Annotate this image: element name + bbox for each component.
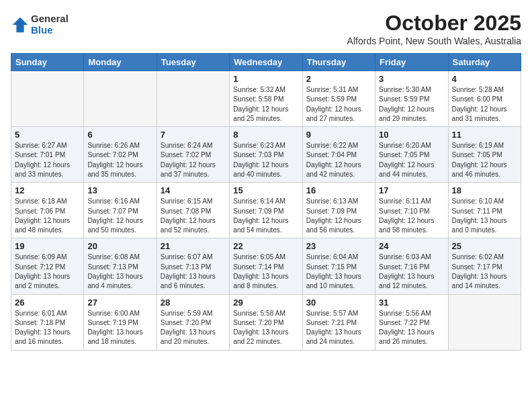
day-number: 20	[87, 241, 152, 251]
day-info: Sunrise: 6:10 AM Sunset: 7:11 PM Dayligh…	[452, 197, 517, 235]
day-number: 31	[379, 298, 444, 308]
table-row: 18Sunrise: 6:10 AM Sunset: 7:11 PM Dayli…	[448, 183, 521, 238]
table-row: 17Sunrise: 6:11 AM Sunset: 7:10 PM Dayli…	[375, 183, 448, 238]
day-info: Sunrise: 6:24 AM Sunset: 7:02 PM Dayligh…	[161, 141, 226, 179]
day-info: Sunrise: 6:09 AM Sunset: 7:12 PM Dayligh…	[15, 253, 80, 291]
table-row: 9Sunrise: 6:22 AM Sunset: 7:04 PM Daylig…	[302, 127, 375, 183]
day-info: Sunrise: 6:14 AM Sunset: 7:09 PM Dayligh…	[233, 197, 298, 235]
day-number: 19	[15, 241, 80, 251]
day-number: 29	[233, 298, 298, 308]
day-info: Sunrise: 5:58 AM Sunset: 7:20 PM Dayligh…	[233, 309, 298, 347]
day-info: Sunrise: 5:28 AM Sunset: 6:00 PM Dayligh…	[452, 85, 517, 124]
table-row: 24Sunrise: 6:03 AM Sunset: 7:16 PM Dayli…	[375, 238, 448, 294]
title-block: October 2025 Alfords Point, New South Wa…	[347, 11, 521, 46]
calendar-table: Sunday Monday Tuesday Wednesday Thursday…	[11, 53, 521, 351]
table-row: 28Sunrise: 5:59 AM Sunset: 7:20 PM Dayli…	[157, 294, 229, 350]
day-number: 11	[452, 130, 517, 140]
day-number: 15	[233, 185, 298, 195]
day-number: 18	[452, 185, 517, 195]
calendar-week-row: 5Sunrise: 6:27 AM Sunset: 7:01 PM Daylig…	[11, 127, 521, 183]
header-friday: Friday	[375, 54, 448, 71]
weekday-header-row: Sunday Monday Tuesday Wednesday Thursday…	[11, 54, 521, 71]
day-info: Sunrise: 6:16 AM Sunset: 7:07 PM Dayligh…	[87, 197, 152, 235]
table-row: 29Sunrise: 5:58 AM Sunset: 7:20 PM Dayli…	[230, 294, 302, 350]
day-info: Sunrise: 6:23 AM Sunset: 7:03 PM Dayligh…	[233, 141, 298, 179]
table-row: 13Sunrise: 6:16 AM Sunset: 7:07 PM Dayli…	[84, 183, 157, 238]
calendar-week-row: 12Sunrise: 6:18 AM Sunset: 7:06 PM Dayli…	[11, 183, 521, 238]
table-row: 25Sunrise: 6:02 AM Sunset: 7:17 PM Dayli…	[448, 238, 521, 294]
table-row: 31Sunrise: 5:56 AM Sunset: 7:22 PM Dayli…	[375, 294, 448, 350]
day-info: Sunrise: 6:01 AM Sunset: 7:18 PM Dayligh…	[15, 309, 80, 347]
table-row: 16Sunrise: 6:13 AM Sunset: 7:09 PM Dayli…	[302, 183, 375, 238]
day-number: 25	[452, 241, 517, 251]
day-number: 7	[161, 130, 226, 140]
header-sunday: Sunday	[11, 54, 84, 71]
day-number: 2	[306, 74, 371, 84]
day-info: Sunrise: 6:07 AM Sunset: 7:13 PM Dayligh…	[161, 253, 226, 291]
day-number: 14	[161, 185, 226, 195]
day-number: 24	[379, 241, 444, 251]
day-number: 21	[161, 241, 226, 251]
table-row: 26Sunrise: 6:01 AM Sunset: 7:18 PM Dayli…	[11, 294, 84, 350]
table-row: 6Sunrise: 6:26 AM Sunset: 7:02 PM Daylig…	[84, 127, 157, 183]
table-row: 5Sunrise: 6:27 AM Sunset: 7:01 PM Daylig…	[11, 127, 84, 183]
day-number: 10	[379, 130, 444, 140]
day-number: 8	[233, 130, 298, 140]
logo: General Blue	[11, 13, 69, 36]
calendar-week-row: 26Sunrise: 6:01 AM Sunset: 7:18 PM Dayli…	[11, 294, 521, 350]
table-row: 27Sunrise: 6:00 AM Sunset: 7:19 PM Dayli…	[84, 294, 157, 350]
header-thursday: Thursday	[302, 54, 375, 71]
day-info: Sunrise: 6:27 AM Sunset: 7:01 PM Dayligh…	[15, 141, 80, 179]
table-row	[84, 71, 157, 127]
day-info: Sunrise: 6:18 AM Sunset: 7:06 PM Dayligh…	[15, 197, 80, 235]
table-row: 12Sunrise: 6:18 AM Sunset: 7:06 PM Dayli…	[11, 183, 84, 238]
table-row: 22Sunrise: 6:05 AM Sunset: 7:14 PM Dayli…	[230, 238, 302, 294]
table-row	[448, 294, 521, 350]
table-row: 4Sunrise: 5:28 AM Sunset: 6:00 PM Daylig…	[448, 71, 521, 127]
table-row: 2Sunrise: 5:31 AM Sunset: 5:59 PM Daylig…	[302, 71, 375, 127]
table-row: 20Sunrise: 6:08 AM Sunset: 7:13 PM Dayli…	[84, 238, 157, 294]
logo-general: General	[31, 13, 69, 25]
page-header: General Blue October 2025 Alfords Point,…	[11, 11, 521, 46]
day-info: Sunrise: 6:20 AM Sunset: 7:05 PM Dayligh…	[379, 141, 444, 179]
table-row	[11, 71, 84, 127]
day-number: 4	[452, 74, 517, 84]
day-info: Sunrise: 5:31 AM Sunset: 5:59 PM Dayligh…	[306, 85, 371, 124]
day-number: 1	[233, 74, 298, 84]
day-number: 6	[87, 130, 152, 140]
day-number: 9	[306, 130, 371, 140]
day-number: 28	[161, 298, 226, 308]
day-number: 17	[379, 185, 444, 195]
day-number: 3	[379, 74, 444, 84]
day-info: Sunrise: 6:22 AM Sunset: 7:04 PM Dayligh…	[306, 141, 371, 179]
day-info: Sunrise: 6:00 AM Sunset: 7:19 PM Dayligh…	[87, 309, 152, 347]
day-info: Sunrise: 5:57 AM Sunset: 7:21 PM Dayligh…	[306, 309, 371, 347]
table-row: 14Sunrise: 6:15 AM Sunset: 7:08 PM Dayli…	[157, 183, 229, 238]
day-number: 16	[306, 185, 371, 195]
svg-marker-0	[13, 17, 28, 32]
table-row: 15Sunrise: 6:14 AM Sunset: 7:09 PM Dayli…	[230, 183, 302, 238]
table-row: 21Sunrise: 6:07 AM Sunset: 7:13 PM Dayli…	[157, 238, 229, 294]
day-info: Sunrise: 6:03 AM Sunset: 7:16 PM Dayligh…	[379, 253, 444, 291]
logo-blue: Blue	[31, 25, 69, 36]
table-row: 3Sunrise: 5:30 AM Sunset: 5:59 PM Daylig…	[375, 71, 448, 127]
day-number: 22	[233, 241, 298, 251]
day-info: Sunrise: 5:59 AM Sunset: 7:20 PM Dayligh…	[161, 309, 226, 347]
calendar-week-row: 1Sunrise: 5:32 AM Sunset: 5:58 PM Daylig…	[11, 71, 521, 127]
day-info: Sunrise: 5:30 AM Sunset: 5:59 PM Dayligh…	[379, 85, 444, 124]
table-row: 1Sunrise: 5:32 AM Sunset: 5:58 PM Daylig…	[230, 71, 302, 127]
day-info: Sunrise: 6:02 AM Sunset: 7:17 PM Dayligh…	[452, 253, 517, 291]
day-info: Sunrise: 6:26 AM Sunset: 7:02 PM Dayligh…	[87, 141, 152, 179]
day-number: 26	[15, 298, 80, 308]
day-info: Sunrise: 6:04 AM Sunset: 7:15 PM Dayligh…	[306, 253, 371, 291]
day-info: Sunrise: 6:08 AM Sunset: 7:13 PM Dayligh…	[87, 253, 152, 291]
table-row: 7Sunrise: 6:24 AM Sunset: 7:02 PM Daylig…	[157, 127, 229, 183]
day-info: Sunrise: 6:11 AM Sunset: 7:10 PM Dayligh…	[379, 197, 444, 235]
day-number: 5	[15, 130, 80, 140]
day-info: Sunrise: 6:05 AM Sunset: 7:14 PM Dayligh…	[233, 253, 298, 291]
calendar-week-row: 19Sunrise: 6:09 AM Sunset: 7:12 PM Dayli…	[11, 238, 521, 294]
table-row	[157, 71, 229, 127]
table-row: 23Sunrise: 6:04 AM Sunset: 7:15 PM Dayli…	[302, 238, 375, 294]
header-monday: Monday	[84, 54, 157, 71]
day-info: Sunrise: 6:15 AM Sunset: 7:08 PM Dayligh…	[161, 197, 226, 235]
